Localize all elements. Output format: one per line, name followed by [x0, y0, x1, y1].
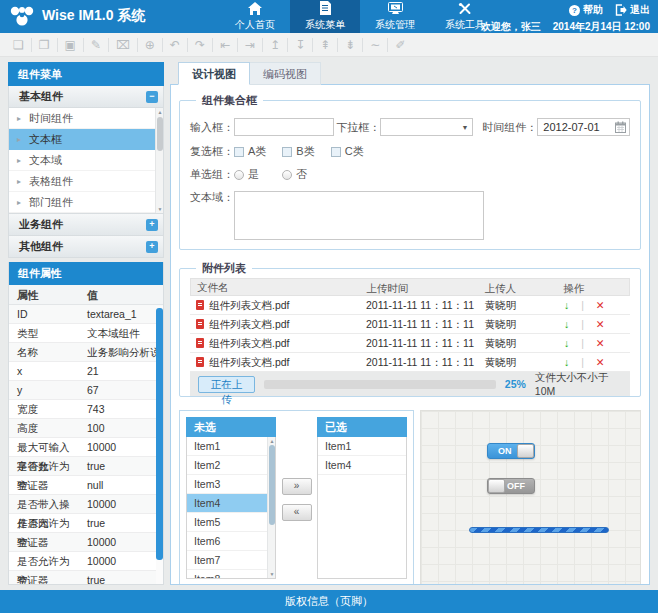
scroll-down-icon[interactable]: ▼	[156, 206, 164, 212]
delete-icon[interactable]: ⌧	[109, 38, 138, 52]
toolbar: ❏❐▣✎⌧⊕↶↷⇤⇥↥↧⇞⇟∼✐	[0, 33, 658, 57]
sidebar: 组件菜单 基本组件 − ▸ 时间组件 ▸ 文本框	[8, 62, 164, 585]
radio-group-label: 单选组：	[190, 167, 234, 182]
expand-icon[interactable]: +	[146, 241, 158, 253]
checkbox[interactable]	[331, 147, 341, 157]
properties-scrollbar[interactable]	[156, 306, 163, 584]
accordion-business-components[interactable]: 业务组件 +	[8, 214, 164, 236]
page-up-icon[interactable]: ⇞	[313, 38, 338, 52]
scrollbar-thumb[interactable]	[269, 445, 275, 525]
nav-item-system-admin[interactable]: 系统管理	[360, 0, 430, 33]
list-item[interactable]: Item4	[187, 494, 275, 513]
checkbox-option[interactable]: B类	[282, 144, 314, 159]
list-item[interactable]: Item4	[318, 456, 406, 475]
nav-item-home[interactable]: 个人首页	[220, 0, 290, 33]
scroll-down-icon[interactable]: ▼	[268, 571, 276, 577]
delete-icon[interactable]: ✕	[596, 356, 605, 368]
checkbox-option[interactable]: C类	[331, 144, 364, 159]
download-icon[interactable]: ↓	[564, 337, 569, 349]
property-key: 宽度	[9, 400, 77, 418]
menu-item[interactable]: ▸ 表格组件	[9, 171, 163, 192]
textarea-field[interactable]	[234, 191, 484, 240]
radio-button[interactable]	[234, 170, 244, 180]
move-up-icon[interactable]: ↥	[263, 38, 288, 52]
tab-design-view[interactable]: 设计视图	[178, 62, 250, 85]
list-item[interactable]: Item5	[187, 513, 275, 532]
list-item[interactable]: Item2	[187, 456, 275, 475]
menu-item[interactable]: ▸ 文本域	[9, 150, 163, 171]
delete-icon[interactable]: ✕	[596, 318, 605, 330]
scroll-up-icon[interactable]: ▲	[156, 109, 164, 115]
list-item[interactable]: Item1	[318, 437, 406, 456]
toggle-off-switch[interactable]: OFF	[487, 478, 535, 494]
scrollbar-thumb[interactable]	[156, 308, 163, 560]
radio-option[interactable]: 是	[234, 167, 259, 182]
open-folder-icon[interactable]: ❐	[32, 38, 58, 52]
chevron-right-icon: ▸	[17, 129, 21, 150]
page-down-icon[interactable]: ⇟	[338, 38, 363, 52]
download-icon[interactable]: ↓	[564, 318, 569, 330]
attachment-time: 2011-11-11 11：11：11	[366, 296, 485, 314]
list-item[interactable]: Item7	[187, 551, 275, 570]
align-right-icon[interactable]: ⇥	[238, 38, 263, 52]
dropdown-select[interactable]: ▼	[380, 118, 473, 136]
publish-icon[interactable]: ⊕	[138, 38, 163, 52]
save-icon[interactable]: ▣	[58, 38, 84, 52]
uploading-button[interactable]: 正在上传	[198, 376, 255, 393]
list-item[interactable]: Item3	[187, 475, 275, 494]
download-icon[interactable]: ↓	[564, 299, 569, 311]
property-value: 10000	[77, 495, 163, 513]
align-left-icon[interactable]: ⇤	[213, 38, 238, 52]
menu-item[interactable]: ▸ 时间组件	[9, 108, 163, 129]
list-scrollbar[interactable]: ▲ ▼	[267, 437, 275, 578]
component-collection-fieldset: 组件集合框 输入框： 下拉框： ▼ 时间组件： 2012-07-01	[179, 93, 641, 250]
text-input[interactable]	[234, 118, 334, 136]
property-key: y	[9, 381, 77, 399]
tab-code-view[interactable]: 编码视图	[250, 62, 321, 85]
delete-icon[interactable]: ✕	[596, 337, 605, 349]
menu-item[interactable]: ▸ 部门组件	[9, 192, 163, 213]
radio-option[interactable]: 否	[282, 167, 307, 182]
accordion-basic-components[interactable]: 基本组件 −	[8, 86, 164, 108]
nav-item-system-menu[interactable]: 系统菜单	[290, 0, 360, 33]
accordion-other-components[interactable]: 其他组件 +	[8, 236, 164, 258]
expand-icon[interactable]: +	[146, 219, 158, 231]
menu-item[interactable]: ▸ 文本框	[9, 129, 163, 150]
striped-loading-bar	[469, 527, 609, 533]
edit-icon[interactable]: ✎	[84, 38, 109, 52]
undo-icon[interactable]: ↶	[163, 38, 188, 52]
move-right-button[interactable]: »	[282, 478, 312, 495]
attachments-rows: 组件列表文档.pdf 2011-11-11 11：11：11 黄晓明 ↓ | ✕…	[190, 296, 630, 372]
checkbox[interactable]	[282, 147, 292, 157]
calendar-icon[interactable]	[615, 121, 626, 137]
fieldset-legend: 附件列表	[196, 261, 252, 276]
property-value: 743	[77, 400, 163, 418]
draw-icon[interactable]: ✐	[388, 38, 412, 52]
move-down-icon[interactable]: ↧	[288, 38, 313, 52]
logout-button[interactable]: 退出	[615, 3, 650, 17]
toggle-knob[interactable]	[488, 479, 505, 493]
scroll-up-icon[interactable]: ▲	[268, 438, 276, 444]
toggle-on-switch[interactable]: ON	[487, 443, 535, 459]
collapse-icon[interactable]: −	[146, 91, 158, 103]
radio-button[interactable]	[282, 170, 292, 180]
list-item[interactable]: Item6	[187, 532, 275, 551]
help-button[interactable]: ? 帮助	[569, 3, 603, 17]
redo-icon[interactable]: ↷	[188, 38, 213, 52]
move-left-button[interactable]: «	[282, 504, 312, 521]
toggle-knob[interactable]	[517, 444, 534, 458]
curve-icon[interactable]: ∼	[363, 38, 388, 52]
accordion-label: 业务组件	[19, 217, 63, 232]
checkbox-option[interactable]: A类	[234, 144, 266, 159]
checkbox[interactable]	[234, 147, 244, 157]
property-value: 10000	[77, 438, 163, 456]
download-icon[interactable]: ↓	[564, 356, 569, 368]
date-picker[interactable]: 2012-07-01	[537, 118, 630, 136]
list-item[interactable]: Item1	[187, 437, 275, 456]
menu-scrollbar[interactable]: ▲ ▼	[155, 108, 163, 213]
list-item[interactable]: Item8	[187, 570, 275, 579]
delete-icon[interactable]: ✕	[596, 299, 605, 311]
column-upload-time: 上传时间	[366, 279, 484, 295]
scrollbar-thumb[interactable]	[157, 117, 163, 151]
new-file-icon[interactable]: ❏	[6, 38, 32, 52]
